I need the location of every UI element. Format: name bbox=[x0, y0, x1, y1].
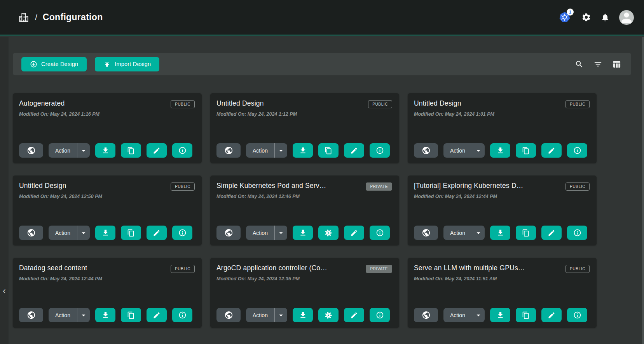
info-button[interactable] bbox=[370, 226, 390, 240]
action-split-button[interactable]: Action bbox=[246, 308, 287, 322]
visibility-globe-button[interactable] bbox=[216, 143, 241, 158]
info-button[interactable] bbox=[172, 143, 192, 158]
action-split-button[interactable]: Action bbox=[443, 308, 485, 322]
visibility-globe-button[interactable] bbox=[414, 226, 438, 240]
clone-button[interactable] bbox=[318, 143, 339, 158]
table-view-icon[interactable] bbox=[610, 58, 623, 70]
modified-on-text: Modified On: May 24, 2024 12:44 PM bbox=[414, 194, 590, 199]
clone-button[interactable] bbox=[121, 143, 141, 158]
copy-icon bbox=[522, 229, 530, 237]
download-button[interactable] bbox=[490, 143, 510, 158]
download-button[interactable] bbox=[293, 143, 313, 158]
card-action-bar: Action bbox=[19, 308, 195, 322]
visibility-globe-button[interactable] bbox=[19, 226, 43, 240]
user-avatar[interactable] bbox=[619, 10, 634, 25]
action-label: Action bbox=[49, 230, 77, 236]
info-button[interactable] bbox=[172, 308, 192, 322]
search-icon[interactable] bbox=[573, 58, 585, 70]
action-split-button[interactable]: Action bbox=[49, 226, 90, 240]
chevron-down-icon[interactable] bbox=[77, 311, 90, 320]
action-split-button[interactable]: Action bbox=[246, 226, 287, 240]
edit-button[interactable] bbox=[344, 308, 364, 322]
visibility-globe-button[interactable] bbox=[19, 143, 43, 158]
sidebar-expand-chevron[interactable]: ‹ bbox=[0, 285, 8, 296]
visibility-globe-button[interactable] bbox=[216, 226, 241, 240]
download-button[interactable] bbox=[95, 143, 115, 158]
globe-icon bbox=[224, 311, 233, 320]
download-button[interactable] bbox=[95, 226, 115, 240]
chevron-down-icon[interactable] bbox=[275, 229, 287, 237]
action-split-button[interactable]: Action bbox=[443, 143, 485, 158]
action-split-button[interactable]: Action bbox=[49, 308, 90, 322]
action-label: Action bbox=[246, 148, 274, 154]
clone-button[interactable] bbox=[121, 226, 141, 240]
copy-icon bbox=[325, 147, 332, 155]
edit-button[interactable] bbox=[541, 143, 562, 158]
kubernetes-context-button[interactable]: 1 bbox=[557, 11, 572, 24]
chevron-down-icon[interactable] bbox=[472, 311, 485, 320]
chevron-down-icon[interactable] bbox=[275, 146, 287, 155]
design-title: Untitled Design bbox=[19, 182, 66, 190]
info-button[interactable] bbox=[172, 226, 192, 240]
edit-button[interactable] bbox=[541, 226, 562, 240]
clone-button[interactable] bbox=[121, 308, 141, 322]
edit-button[interactable] bbox=[344, 226, 364, 240]
action-split-button[interactable]: Action bbox=[49, 143, 90, 158]
visibility-badge: PUBLIC bbox=[565, 265, 590, 273]
modified-on-text: Modified On: May 24, 2024 11:51 AM bbox=[414, 276, 590, 281]
pencil-icon bbox=[548, 229, 555, 237]
clone-button[interactable] bbox=[516, 143, 536, 158]
filter-icon[interactable] bbox=[592, 58, 604, 70]
chevron-down-icon[interactable] bbox=[77, 229, 90, 237]
settings-gear-icon[interactable] bbox=[581, 12, 591, 22]
chevron-down-icon[interactable] bbox=[275, 311, 287, 320]
info-button[interactable] bbox=[567, 308, 587, 322]
pencil-icon bbox=[548, 311, 555, 319]
visibility-globe-button[interactable] bbox=[414, 308, 438, 322]
design-button[interactable] bbox=[318, 226, 339, 240]
download-button[interactable] bbox=[293, 308, 313, 322]
edit-button[interactable] bbox=[541, 308, 562, 322]
import-design-button[interactable]: Import Design bbox=[95, 57, 159, 71]
download-button[interactable] bbox=[490, 308, 510, 322]
visibility-globe-button[interactable] bbox=[414, 143, 438, 158]
design-button[interactable] bbox=[318, 308, 339, 322]
info-button[interactable] bbox=[370, 308, 390, 322]
design-cards-grid: Autogenerated PUBLIC Modified On: May 24… bbox=[13, 93, 597, 328]
download-button[interactable] bbox=[490, 226, 510, 240]
create-design-button[interactable]: Create Design bbox=[21, 57, 87, 71]
edit-button[interactable] bbox=[147, 143, 167, 158]
chevron-down-icon[interactable] bbox=[472, 229, 485, 237]
upload-icon bbox=[103, 61, 111, 68]
visibility-globe-button[interactable] bbox=[19, 308, 43, 322]
visibility-badge: PUBLIC bbox=[171, 265, 195, 273]
design-title: ArgoCD application controller (Co… bbox=[216, 264, 327, 272]
visibility-badge: PRIVATE bbox=[366, 265, 392, 273]
edit-button[interactable] bbox=[344, 143, 364, 158]
card-header: Autogenerated PUBLIC bbox=[19, 99, 195, 108]
info-button[interactable] bbox=[567, 143, 587, 158]
visibility-globe-button[interactable] bbox=[216, 308, 241, 322]
info-button[interactable] bbox=[567, 226, 587, 240]
organization-building-icon[interactable] bbox=[18, 12, 30, 23]
clone-button[interactable] bbox=[516, 226, 536, 240]
card-header: Untitled Design PUBLIC bbox=[19, 182, 195, 191]
action-split-button[interactable]: Action bbox=[246, 143, 287, 158]
edit-button[interactable] bbox=[147, 308, 167, 322]
chevron-down-icon[interactable] bbox=[77, 146, 90, 155]
card-action-bar: Action bbox=[216, 308, 392, 322]
visibility-badge: PUBLIC bbox=[565, 100, 590, 108]
chevron-down-icon[interactable] bbox=[472, 146, 485, 155]
download-button[interactable] bbox=[293, 226, 313, 240]
download-button[interactable] bbox=[95, 308, 115, 322]
clone-button[interactable] bbox=[516, 308, 536, 322]
notifications-bell-icon[interactable] bbox=[600, 13, 610, 22]
edit-button[interactable] bbox=[147, 226, 167, 240]
download-icon bbox=[496, 229, 504, 237]
action-split-button[interactable]: Action bbox=[443, 226, 485, 240]
toolbar-view-controls bbox=[573, 58, 623, 70]
info-button[interactable] bbox=[370, 143, 390, 158]
card-header: Serve an LLM with multiple GPUs… PUBLIC bbox=[414, 264, 590, 273]
collapsed-sidebar-edge bbox=[0, 37, 9, 344]
page-scrollbar[interactable] bbox=[642, 37, 644, 344]
